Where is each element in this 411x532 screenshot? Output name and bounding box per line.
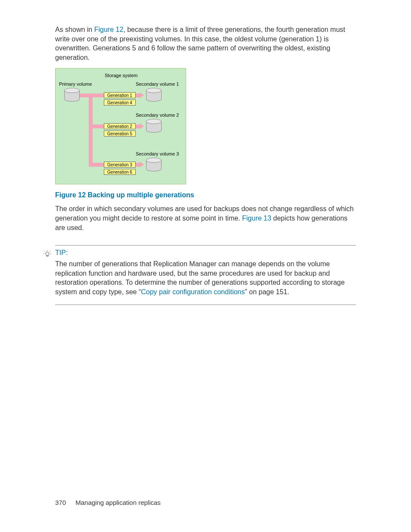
gen5-box: Generation 5: [104, 131, 136, 137]
figure-13-link[interactable]: Figure 13: [242, 215, 271, 222]
sv3-label: Secondary volume 3: [136, 151, 179, 156]
lightbulb-icon: [43, 250, 52, 258]
arrow-3: [140, 162, 144, 168]
tip-body: The number of generations that Replicati…: [55, 259, 356, 296]
diagram-wrap: Storage system Primary volume Generation…: [55, 68, 186, 184]
sv2-label: Secondary volume 2: [136, 112, 179, 118]
post-figure-paragraph: The order in which secondary volumes are…: [55, 204, 356, 232]
page-footer: 370 Managing application replicas: [55, 499, 161, 506]
arrow-2: [140, 123, 144, 129]
gen1-box: Generation 1: [104, 92, 136, 98]
gen4-box: Generation 4: [104, 100, 136, 106]
gen6-box: Generation 6: [104, 169, 136, 175]
figure-caption: Figure 12 Backing up multiple generation…: [55, 191, 356, 199]
page-number: 370: [55, 499, 66, 506]
intro-paragraph: As shown in Figure 12, because there is …: [55, 25, 356, 62]
gen2-box: Generation 2: [104, 123, 136, 129]
svg-line-5: [50, 251, 51, 252]
gen3-box: Generation 3: [104, 162, 136, 168]
primary-label: Primary volume: [59, 81, 92, 87]
svg-line-4: [44, 251, 45, 252]
arrow-1: [140, 92, 144, 98]
figure-12-link[interactable]: Figure 12: [94, 26, 124, 33]
section-title: Managing application replicas: [75, 499, 161, 506]
tip-block: TIP: The number of generations that Repl…: [55, 245, 356, 305]
pink-trunk: [89, 93, 93, 167]
tip-body-post: ” on page 151.: [245, 288, 289, 296]
svg-point-0: [46, 252, 49, 255]
page: As shown in Figure 12, because there is …: [0, 0, 411, 532]
storage-diagram: Storage system Primary volume Generation…: [55, 68, 186, 184]
tip-label: TIP:: [55, 249, 356, 257]
intro-pre: As shown in: [55, 26, 94, 33]
sv1-label: Secondary volume 1: [136, 81, 179, 87]
diagram-title: Storage system: [105, 73, 137, 78]
copy-pair-link[interactable]: Copy pair configuration conditions: [141, 288, 245, 296]
